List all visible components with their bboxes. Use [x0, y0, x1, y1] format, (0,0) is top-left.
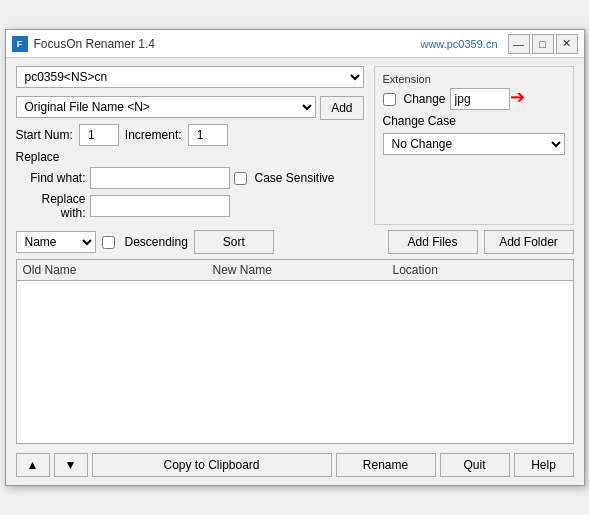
left-controls: pc0359<NS>cn Original File Name <N> Add … [16, 66, 364, 225]
add-button[interactable]: Add [320, 96, 363, 120]
minimize-button[interactable]: — [508, 34, 530, 54]
find-input[interactable] [90, 167, 230, 189]
orig-file-dropdown[interactable]: Original File Name <N> [16, 96, 317, 118]
replace-label: Replace with: [16, 192, 86, 220]
orig-file-row: Original File Name <N> Add [16, 96, 364, 120]
move-down-button[interactable]: ▼ [54, 453, 88, 477]
window-title: FocusOn Renamer 1.4 [34, 37, 421, 51]
num-row: Start Num: Increment: [16, 124, 364, 146]
ext-change-label: Change [404, 92, 446, 106]
increment-label: Increment: [125, 128, 182, 142]
ext-change-checkbox[interactable] [383, 93, 396, 106]
col-location-header: Location [393, 263, 567, 277]
case-sensitive-label: Case Sensitive [255, 171, 335, 185]
move-up-button[interactable]: ▲ [16, 453, 50, 477]
file-list-body [17, 281, 573, 438]
replace-row: Replace with: [16, 192, 364, 220]
add-folder-button[interactable]: Add Folder [484, 230, 574, 254]
replace-section: Replace Find what: Case Sensitive Replac… [16, 150, 364, 220]
ext-input[interactable] [450, 88, 510, 110]
quit-button[interactable]: Quit [440, 453, 510, 477]
find-label: Find what: [16, 171, 86, 185]
increment-input[interactable] [188, 124, 228, 146]
rename-button[interactable]: Rename [336, 453, 436, 477]
main-window: F FocusOn Renamer 1.4 www.pc0359.cn — □ … [5, 29, 585, 486]
sort-by-dropdown[interactable]: Name [16, 231, 96, 253]
descending-label: Descending [125, 235, 188, 249]
case-sensitive-checkbox[interactable] [234, 172, 247, 185]
col-old-name-header: Old Name [23, 263, 213, 277]
sort-row: Name Descending Sort Add Files Add Folde… [16, 230, 574, 254]
content-area: pc0359<NS>cn Original File Name <N> Add … [6, 58, 584, 485]
help-button[interactable]: Help [514, 453, 574, 477]
extension-label: Extension [383, 73, 565, 85]
watermark: www.pc0359.cn [420, 38, 497, 50]
increment-group [188, 124, 228, 146]
start-num-label: Start Num: [16, 128, 73, 142]
start-num-group [79, 124, 119, 146]
app-icon: F [12, 36, 28, 52]
start-num-input[interactable] [79, 124, 119, 146]
change-case-label: Change Case [383, 114, 565, 128]
name-dropdown[interactable]: pc0359<NS>cn [16, 66, 364, 88]
top-section: pc0359<NS>cn Original File Name <N> Add … [16, 66, 574, 225]
title-bar: F FocusOn Renamer 1.4 www.pc0359.cn — □ … [6, 30, 584, 58]
file-list[interactable]: Old Name New Name Location [16, 259, 574, 444]
replace-input[interactable] [90, 195, 230, 217]
close-button[interactable]: ✕ [556, 34, 578, 54]
file-list-header: Old Name New Name Location [17, 260, 573, 281]
add-files-button[interactable]: Add Files [388, 230, 478, 254]
bottom-bar: ▲ ▼ Copy to Clipboard Rename Quit Help [16, 449, 574, 479]
window-controls: — □ ✕ [508, 34, 578, 54]
replace-title: Replace [16, 150, 364, 164]
maximize-button[interactable]: □ [532, 34, 554, 54]
change-case-dropdown[interactable]: No Change UPPERCASE lowercase Title Case [383, 133, 565, 155]
ext-row: Change ➔ [383, 88, 565, 110]
sort-button[interactable]: Sort [194, 230, 274, 254]
copy-to-clipboard-button[interactable]: Copy to Clipboard [92, 453, 332, 477]
col-new-name-header: New Name [213, 263, 393, 277]
find-row: Find what: Case Sensitive [16, 167, 364, 189]
descending-checkbox[interactable] [102, 236, 115, 249]
red-arrow-icon: ➔ [510, 86, 525, 108]
right-panel: Extension Change ➔ Change Case No Change… [374, 66, 574, 225]
